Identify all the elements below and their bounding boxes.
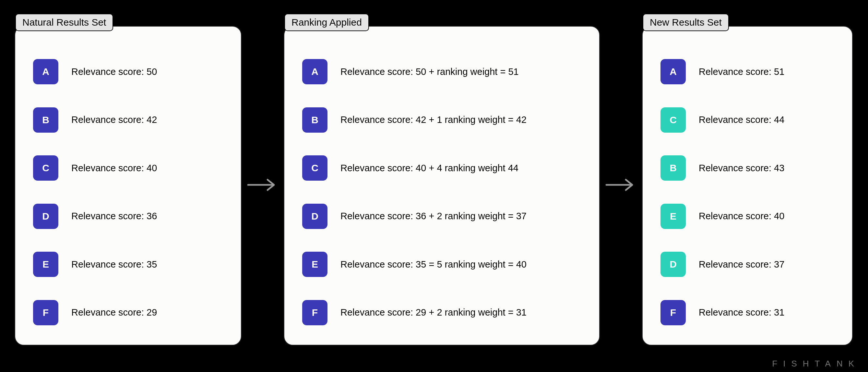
panel-new-rows: A Relevance score: 51 C Relevance score:…	[643, 59, 852, 325]
result-tile: E	[302, 252, 328, 277]
list-item: E Relevance score: 40	[660, 204, 842, 229]
list-item: B Relevance score: 42 + 1 ranking weight…	[302, 107, 589, 133]
panel-ranking-applied: Ranking Applied A Relevance score: 50 + …	[284, 26, 600, 345]
list-item: D Relevance score: 36	[33, 204, 231, 229]
panel-new-results: New Results Set A Relevance score: 51 C …	[642, 26, 853, 345]
result-text: Relevance score: 42	[71, 115, 157, 125]
list-item: D Relevance score: 37	[660, 252, 842, 277]
result-tile: B	[33, 107, 58, 133]
result-text: Relevance score: 29 + 2 ranking weight =…	[340, 307, 527, 318]
result-tile: F	[302, 300, 328, 325]
result-text: Relevance score: 36	[71, 211, 157, 221]
result-text: Relevance score: 31	[699, 307, 784, 318]
result-tile: C	[33, 155, 58, 181]
panel-ranking-rows: A Relevance score: 50 + ranking weight =…	[284, 59, 599, 325]
list-item: F Relevance score: 29	[33, 300, 231, 325]
list-item: F Relevance score: 29 + 2 ranking weight…	[302, 300, 589, 325]
result-tile: F	[660, 300, 686, 325]
panel-natural-title: Natural Results Set	[15, 13, 113, 31]
result-tile: C	[660, 107, 686, 133]
result-tile: D	[660, 252, 686, 277]
panel-natural-results: Natural Results Set A Relevance score: 5…	[14, 26, 242, 345]
list-item: D Relevance score: 36 + 2 ranking weight…	[302, 204, 589, 229]
watermark: FISHTANK	[772, 359, 860, 369]
result-text: Relevance score: 35	[71, 259, 157, 270]
list-item: C Relevance score: 40	[33, 155, 231, 181]
result-text: Relevance score: 50 + ranking weight = 5…	[340, 66, 519, 77]
result-text: Relevance score: 29	[71, 307, 157, 318]
result-tile: B	[660, 155, 686, 181]
result-text: Relevance score: 43	[699, 163, 784, 174]
list-item: B Relevance score: 43	[660, 155, 842, 181]
result-text: Relevance score: 50	[71, 66, 157, 77]
result-tile: C	[302, 155, 328, 181]
diagram-stage: Natural Results Set A Relevance score: 5…	[0, 0, 868, 372]
result-tile: A	[660, 59, 686, 84]
result-text: Relevance score: 37	[699, 259, 784, 270]
list-item: B Relevance score: 42	[33, 107, 231, 133]
result-text: Relevance score: 40 + 4 ranking weight 4…	[340, 163, 519, 174]
result-text: Relevance score: 36 + 2 ranking weight =…	[340, 211, 527, 221]
result-tile: E	[660, 204, 686, 229]
list-item: F Relevance score: 31	[660, 300, 842, 325]
result-text: Relevance score: 35 = 5 ranking weight =…	[340, 259, 527, 270]
result-text: Relevance score: 42 + 1 ranking weight =…	[340, 115, 527, 125]
result-tile: D	[302, 204, 328, 229]
arrow-icon	[605, 177, 637, 193]
list-item: E Relevance score: 35	[33, 252, 231, 277]
panel-new-title: New Results Set	[643, 13, 729, 31]
result-tile: A	[302, 59, 328, 84]
panel-ranking-title: Ranking Applied	[284, 13, 369, 31]
result-tile: F	[33, 300, 58, 325]
result-text: Relevance score: 44	[699, 115, 784, 125]
result-tile: A	[33, 59, 58, 84]
result-text: Relevance score: 51	[699, 66, 784, 77]
list-item: A Relevance score: 51	[660, 59, 842, 84]
result-tile: B	[302, 107, 328, 133]
result-tile: E	[33, 252, 58, 277]
result-text: Relevance score: 40	[699, 211, 784, 221]
panel-natural-rows: A Relevance score: 50 B Relevance score:…	[15, 59, 241, 325]
list-item: A Relevance score: 50	[33, 59, 231, 84]
list-item: C Relevance score: 44	[660, 107, 842, 133]
list-item: A Relevance score: 50 + ranking weight =…	[302, 59, 589, 84]
list-item: E Relevance score: 35 = 5 ranking weight…	[302, 252, 589, 277]
arrow-icon	[246, 177, 279, 193]
result-text: Relevance score: 40	[71, 163, 157, 174]
result-tile: D	[33, 204, 58, 229]
list-item: C Relevance score: 40 + 4 ranking weight…	[302, 155, 589, 181]
